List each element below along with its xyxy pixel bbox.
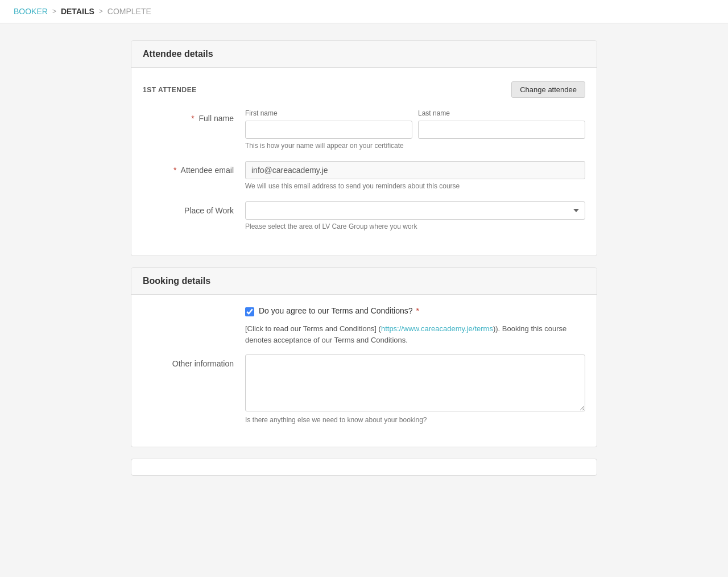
attendee-details-title: Attendee details (143, 49, 213, 59)
place-of-work-label-col: Place of Work (143, 201, 245, 215)
last-name-sublabel: Last name (418, 109, 585, 117)
booking-details-header: Booking details (131, 268, 597, 295)
other-info-group: Other information Is there anything else… (143, 355, 585, 424)
other-info-hint: Is there anything else we need to know a… (245, 416, 585, 424)
full-name-required-star: * (191, 114, 194, 123)
other-info-textarea[interactable] (245, 355, 585, 411)
terms-prefix: [Click to read our Terms and Conditions] (245, 324, 377, 333)
other-info-label: Other information (172, 359, 234, 368)
breadcrumb-booker[interactable]: BOOKER (14, 7, 48, 16)
full-name-label: Full name (199, 114, 234, 123)
terms-checkbox[interactable] (245, 307, 254, 316)
other-info-label-col: Other information (143, 355, 245, 368)
attendee-details-header: Attendee details (131, 41, 597, 68)
attendee-email-group: * Attendee email We will use this email … (143, 161, 585, 190)
attendee-email-label-col: * Attendee email (143, 161, 245, 175)
attendee-email-control-col: We will use this email address to send y… (245, 161, 585, 190)
attendee-email-label: Attendee email (181, 166, 234, 175)
terms-required-star: * (416, 306, 419, 315)
booking-details-title: Booking details (143, 276, 210, 286)
terms-description: [Click to read our Terms and Conditions]… (245, 323, 585, 345)
attendee-details-body: 1ST ATTENDEE Change attendee * Full name… (131, 68, 597, 255)
full-name-hint: This is how your name will appear on you… (245, 142, 585, 150)
attendee-email-input[interactable] (245, 161, 585, 179)
first-name-sublabel: First name (245, 109, 412, 117)
first-name-wrapper: First name (245, 109, 412, 139)
booking-details-body: Do you agree to our Terms and Conditions… (131, 295, 597, 447)
last-name-wrapper: Last name (418, 109, 585, 139)
booking-details-card: Booking details Do you agree to our Term… (131, 267, 597, 447)
name-fields-row: First name Last name (245, 109, 585, 139)
place-of-work-hint: Please select the area of LV Care Group … (245, 222, 585, 230)
booking-terms-col: Do you agree to our Terms and Conditions… (245, 306, 585, 345)
last-name-input[interactable] (418, 121, 585, 139)
attendee-details-card: Attendee details 1ST ATTENDEE Change att… (131, 40, 597, 256)
full-name-label-col: * Full name (143, 109, 245, 123)
attendee-row: 1ST ATTENDEE Change attendee (143, 81, 585, 98)
place-of-work-control-col: Please select the area of LV Care Group … (245, 201, 585, 230)
terms-link[interactable]: https://www.careacademy.je/terms (381, 324, 493, 333)
breadcrumb-sep2: > (99, 7, 103, 15)
terms-label: Do you agree to our Terms and Conditions… (259, 306, 419, 315)
full-name-control-col: First name Last name This is how your na… (245, 109, 585, 150)
breadcrumb: BOOKER > DETAILS > COMPLETE (0, 0, 728, 23)
place-of-work-label: Place of Work (184, 206, 234, 215)
breadcrumb-complete: COMPLETE (107, 7, 151, 16)
change-attendee-button[interactable]: Change attendee (511, 81, 585, 98)
first-name-input[interactable] (245, 121, 412, 139)
terms-row: Do you agree to our Terms and Conditions… (245, 306, 585, 316)
attendee-email-hint: We will use this email address to send y… (245, 182, 585, 190)
place-of-work-group: Place of Work Please select the area of … (143, 201, 585, 230)
breadcrumb-sep1: > (52, 7, 56, 15)
attendee-email-required-star: * (173, 166, 176, 175)
place-of-work-select[interactable] (245, 201, 585, 220)
bottom-partial-card (131, 459, 597, 476)
other-info-control-col: Is there anything else we need to know a… (245, 355, 585, 424)
breadcrumb-details: DETAILS (61, 7, 94, 16)
terms-label-text: Do you agree to our Terms and Conditions… (259, 306, 413, 315)
main-content: Attendee details 1ST ATTENDEE Change att… (119, 40, 609, 476)
full-name-group: * Full name First name Last name (143, 109, 585, 150)
attendee-number-label: 1ST ATTENDEE (143, 86, 197, 94)
